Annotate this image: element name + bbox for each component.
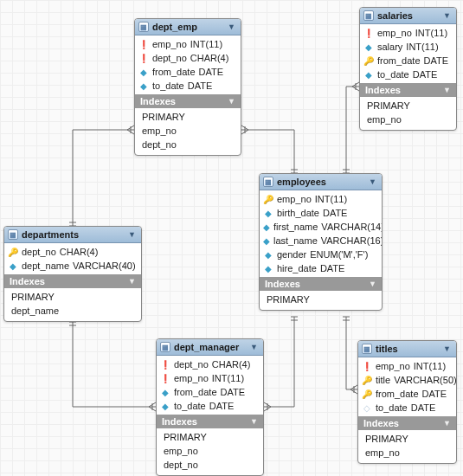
index-row[interactable]: emp_no xyxy=(135,124,241,138)
index-row[interactable]: dept_no xyxy=(157,458,263,472)
indexes-header[interactable]: Indexes▼ xyxy=(157,415,263,428)
column-type-icon: ◆ xyxy=(263,236,270,246)
column-name: to_date xyxy=(377,69,409,80)
entity-titlebar[interactable]: ▦titles▼ xyxy=(358,341,456,357)
column-type-icon: 🔑 xyxy=(362,376,372,385)
entity-titlebar[interactable]: ▦departments▼ xyxy=(4,227,141,243)
index-name: dept_no xyxy=(142,139,177,150)
column-name: title xyxy=(376,375,390,385)
index-row[interactable]: PRIMARY xyxy=(4,290,141,304)
chevron-down-icon: ▼ xyxy=(443,344,451,353)
column-type-icon: ◆ xyxy=(363,42,374,52)
indexes-list: PRIMARYdept_name xyxy=(4,288,141,321)
column-row[interactable]: 🔑emp_no INT(11) xyxy=(260,192,382,206)
indexes-list: PRIMARYemp_nodept_no xyxy=(157,428,263,475)
column-row[interactable]: ◆from_date DATE xyxy=(135,65,241,79)
index-name: PRIMARY xyxy=(164,432,207,442)
column-type-icon: ◆ xyxy=(160,402,170,411)
column-row[interactable]: ❗emp_no INT(11) xyxy=(135,37,241,51)
column-type: INT(11) xyxy=(415,28,447,38)
column-type: DATE xyxy=(413,69,438,80)
index-name: PRIMARY xyxy=(142,112,185,122)
indexes-header[interactable]: Indexes▼ xyxy=(360,83,456,97)
index-row[interactable]: dept_name xyxy=(4,304,141,318)
indexes-label: Indexes xyxy=(10,276,45,286)
entity-titlebar[interactable]: ▦salaries▼ xyxy=(360,8,456,24)
column-type: DATE xyxy=(221,387,246,397)
column-row[interactable]: ◆gender ENUM('M','F') xyxy=(260,248,382,261)
entity-departments[interactable]: ▦departments▼🔑dept_no CHAR(4)◆dept_name … xyxy=(3,226,142,322)
index-row[interactable]: PRIMARY xyxy=(260,293,382,306)
column-row[interactable]: ❗emp_no INT(11) xyxy=(358,359,456,373)
column-row[interactable]: 🔑title VARCHAR(50) xyxy=(358,373,456,387)
svg-line-33 xyxy=(264,402,271,407)
column-row[interactable]: ◆hire_date DATE xyxy=(260,261,382,275)
column-type-icon: ◆ xyxy=(363,70,374,80)
column-row[interactable]: ◆to_date DATE xyxy=(360,68,456,81)
column-row[interactable]: ❗emp_no INT(11) xyxy=(360,26,456,40)
indexes-label: Indexes xyxy=(265,279,300,289)
column-row[interactable]: ◇to_date DATE xyxy=(358,401,456,415)
svg-line-20 xyxy=(241,130,248,134)
index-name: PRIMARY xyxy=(11,292,55,302)
entity-titlebar[interactable]: ▦dept_manager▼ xyxy=(157,339,263,356)
entity-dept_emp[interactable]: ▦dept_emp▼❗emp_no INT(11)❗dept_no CHAR(4… xyxy=(134,18,241,156)
column-type: ENUM('M','F') xyxy=(310,249,368,260)
column-row[interactable]: ◆from_date DATE xyxy=(157,385,263,399)
index-name: emp_no xyxy=(164,446,198,456)
index-row[interactable]: emp_no xyxy=(358,446,456,460)
column-row[interactable]: ◆to_date DATE xyxy=(135,79,241,93)
column-row[interactable]: ◆last_name VARCHAR(16) xyxy=(260,234,382,248)
index-row[interactable]: PRIMARY xyxy=(135,110,241,124)
column-row[interactable]: 🔑dept_no CHAR(4) xyxy=(4,245,141,259)
column-type-icon: ◆ xyxy=(8,261,18,271)
column-row[interactable]: ◆first_name VARCHAR(14) xyxy=(260,220,382,234)
indexes-header[interactable]: Indexes▼ xyxy=(260,277,382,291)
column-row[interactable]: ❗dept_no CHAR(4) xyxy=(135,51,241,65)
entity-titlebar[interactable]: ▦dept_emp▼ xyxy=(135,19,241,35)
column-name: gender xyxy=(277,249,306,260)
entity-titlebar[interactable]: ▦employees▼ xyxy=(260,174,382,190)
column-type-icon: 🔑 xyxy=(263,195,273,204)
column-type-icon: ◆ xyxy=(263,222,270,232)
chevron-down-icon: ▼ xyxy=(443,86,451,94)
indexes-header[interactable]: Indexes▼ xyxy=(135,94,241,108)
column-type: DATE xyxy=(188,80,213,91)
index-row[interactable]: PRIMARY xyxy=(358,432,456,446)
column-type-icon: ◆ xyxy=(263,264,273,273)
index-row[interactable]: PRIMARY xyxy=(360,99,456,113)
column-type: DATE xyxy=(411,402,436,413)
column-type: DATE xyxy=(323,208,348,218)
indexes-header[interactable]: Indexes▼ xyxy=(358,416,456,430)
indexes-header[interactable]: Indexes▼ xyxy=(4,274,141,288)
index-name: emp_no xyxy=(142,125,177,136)
column-row[interactable]: ❗dept_no CHAR(4) xyxy=(157,357,263,371)
column-name: dept_name xyxy=(22,261,69,271)
entity-salaries[interactable]: ▦salaries▼❗emp_no INT(11)◆salary INT(11)… xyxy=(359,7,457,131)
entity-dept_manager[interactable]: ▦dept_manager▼❗dept_no CHAR(4)❗emp_no IN… xyxy=(156,338,264,476)
column-type-icon: ◆ xyxy=(263,209,273,218)
index-row[interactable]: emp_no xyxy=(157,444,263,458)
column-type-icon: ❗ xyxy=(160,360,170,370)
entity-employees[interactable]: ▦employees▼🔑emp_no INT(11)◆birth_date DA… xyxy=(259,173,383,311)
column-type: VARCHAR(40) xyxy=(73,261,136,271)
column-name: birth_date xyxy=(277,208,319,218)
indexes-label: Indexes xyxy=(363,418,399,428)
column-row[interactable]: ◆dept_name VARCHAR(40) xyxy=(4,259,141,273)
column-row[interactable]: ◆birth_date DATE xyxy=(260,206,382,220)
column-row[interactable]: 🔑from_date DATE xyxy=(360,54,456,68)
column-row[interactable]: ❗emp_no INT(11) xyxy=(157,371,263,385)
index-row[interactable]: PRIMARY xyxy=(157,430,263,444)
column-type-icon: ◆ xyxy=(138,81,149,91)
column-name: dept_no xyxy=(174,359,209,370)
column-row[interactable]: 🔑from_date DATE xyxy=(358,387,456,401)
table-icon: ▦ xyxy=(138,22,149,32)
entity-titles[interactable]: ▦titles▼❗emp_no INT(11)🔑title VARCHAR(50… xyxy=(357,340,457,464)
index-row[interactable]: dept_no xyxy=(135,138,241,151)
column-name: hire_date xyxy=(277,263,317,273)
column-row[interactable]: ◆salary INT(11) xyxy=(360,40,456,54)
indexes-label: Indexes xyxy=(140,96,176,106)
index-row[interactable]: emp_no xyxy=(360,113,456,126)
indexes-list: PRIMARYemp_no xyxy=(358,430,456,463)
column-row[interactable]: ◆to_date DATE xyxy=(157,399,263,413)
